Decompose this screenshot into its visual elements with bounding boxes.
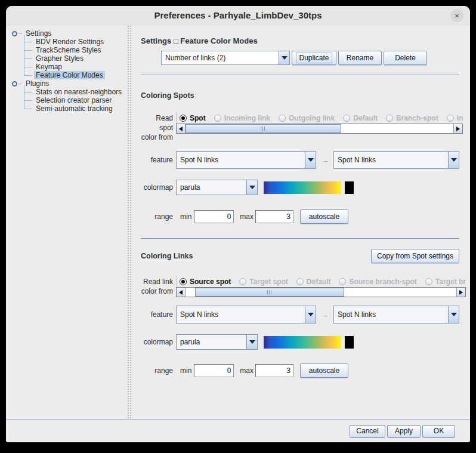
link-colormap-combobox[interactable]: parula [176,334,258,350]
scrollbar-track[interactable] [186,124,453,133]
tree-expand-icon[interactable] [12,81,17,87]
link-feature-value: Spot N links [177,306,305,323]
max-label: max [240,366,254,375]
tree-label[interactable]: Grapher Styles [34,54,85,63]
spot-feature-combobox[interactable]: Spot N links [176,151,316,169]
tree-connector [24,67,32,67]
spot-colormap-combobox[interactable]: parula [176,180,258,195]
chevron-down-icon [308,158,314,162]
tree-node-stats-nearest-neighbors[interactable]: Stats on nearest-neighbors [24,88,127,96]
tree-node-keymap[interactable]: Keymap [24,63,127,71]
link-min-field[interactable] [194,364,234,377]
tree-node-feature-color-modes[interactable]: Feature Color Modes [24,71,127,79]
chevron-down-icon [249,186,255,189]
combo-arrow-button[interactable] [305,152,316,168]
duplicate-label: Duplicate [296,53,332,63]
color-mode-combobox[interactable]: Number of links (2) [161,51,290,65]
combo-arrow-button[interactable] [246,180,257,195]
max-label: max [240,212,254,221]
tree-label[interactable]: Keymap [34,63,64,71]
combo-arrow-button[interactable] [448,152,459,168]
title-bar[interactable]: Preferences - Parhyale_LimbDev_30tps × [6,6,470,25]
spot-colormap-value: parula [177,180,246,195]
tree-node-semi-automatic-tracking[interactable]: Semi-automatic tracking [24,104,127,113]
link-feature-combobox[interactable]: Spot N links [176,306,316,323]
tree-label-selected[interactable]: Feature Color Modes [34,71,105,79]
scrollbar-thumb[interactable] [195,288,344,297]
spot-min-field[interactable] [194,210,234,223]
delete-button[interactable]: Delete [384,51,427,65]
tree-label[interactable]: Semi-automatic tracking [34,104,115,113]
tree-children-plugins: Stats on nearest-neighbors Selection cre… [24,88,127,113]
tree-connector [24,109,32,109]
scroll-right-button[interactable] [456,288,465,297]
link-options-scrollbar[interactable] [176,287,466,297]
feature-color-modes-panel: Settings □ Feature Color Modes Number of… [132,25,470,420]
tree-node-selection-creator-parser[interactable]: Selection creator parser [24,96,127,104]
spot-autoscale-button[interactable]: autoscale [300,209,348,224]
copy-from-spot-settings-button[interactable]: Copy from Spot settings [371,249,459,263]
close-button[interactable]: × [450,9,463,22]
tree-connector [24,42,32,42]
radio-default[interactable]: Default [343,114,378,122]
link-max-field[interactable] [255,364,293,377]
spot-projection-combobox[interactable]: Spot N links [333,151,459,169]
radio-default[interactable]: Default [296,278,331,286]
cancel-button[interactable]: Cancel [350,425,385,437]
coloring-spots-title: Coloring Spots [141,91,459,100]
link-colormap-row: colormap parula [141,334,459,350]
scroll-right-button[interactable] [453,124,462,133]
radio-truncated[interactable]: Target br [425,278,466,286]
spot-radio-group: Spot Incoming link Outgoing link Default [176,112,463,124]
link-projection-combobox[interactable]: Spot N links [333,306,459,323]
radio-truncated[interactable]: In [447,114,463,122]
combo-arrow-button[interactable] [448,306,459,323]
tree-node-trackscheme-styles[interactable]: TrackScheme Styles [24,46,127,54]
cancel-label: Cancel [354,426,381,436]
tree-node-plugins[interactable]: Plugins [12,79,127,88]
radio-source-spot[interactable]: Source spot [180,278,231,286]
copy-button-label: Copy from Spot settings [375,251,456,261]
tree-label-plugins[interactable]: Plugins [24,79,51,88]
radio-source-branch-spot[interactable]: Source branch-spot [339,278,416,286]
tree-node-grapher-styles[interactable]: Grapher Styles [24,54,127,63]
read-spot-color-row: Read spot color from Spot Incoming link [141,112,459,142]
scroll-left-button[interactable] [177,288,186,297]
spot-max-field[interactable] [255,210,293,223]
combo-arrow-button[interactable] [246,335,257,349]
rename-button[interactable]: Rename [338,51,382,65]
close-icon: × [455,11,459,20]
split-divider[interactable] [127,25,132,420]
tree-node-bdv-render-settings[interactable]: BDV Render Settings [24,38,127,46]
scrollbar-thumb[interactable] [186,124,341,133]
tree-node-settings[interactable]: Settings [12,29,127,38]
colormap-label: colormap [141,183,173,192]
radio-icon [447,115,454,122]
ok-button[interactable]: OK [422,425,455,437]
radio-outgoing-link[interactable]: Outgoing link [279,114,335,122]
tree-label[interactable]: Stats on nearest-neighbors [34,88,123,96]
spot-options-scrollbar[interactable] [176,124,463,134]
tree-label[interactable]: Selection creator parser [34,96,113,104]
tree-expand-icon[interactable] [12,31,17,36]
tree-label-settings[interactable]: Settings [24,29,53,38]
radio-incoming-link[interactable]: Incoming link [214,114,270,122]
radio-target-spot[interactable]: Target spot [239,278,288,286]
tree-label[interactable]: BDV Render Settings [34,38,106,46]
link-autoscale-button[interactable]: autoscale [300,363,348,378]
scroll-left-button[interactable] [177,124,186,133]
combo-arrow-button[interactable] [279,51,289,64]
apply-button[interactable]: Apply [387,425,421,437]
colormap-label: colormap [141,338,173,346]
spot-feature-row: feature Spot N links → Spot N links [141,151,459,169]
link-range-row: range min max autoscale [141,363,459,378]
duplicate-button[interactable]: Duplicate [292,51,336,65]
feature-label: feature [141,310,173,319]
radio-spot[interactable]: Spot [180,114,206,122]
separator [141,238,459,239]
combo-arrow-button[interactable] [305,306,316,323]
chevron-down-icon [451,313,457,316]
tree-label[interactable]: TrackScheme Styles [34,46,103,54]
scrollbar-track[interactable] [186,288,456,297]
radio-branch-spot[interactable]: Branch-spot [386,114,438,122]
